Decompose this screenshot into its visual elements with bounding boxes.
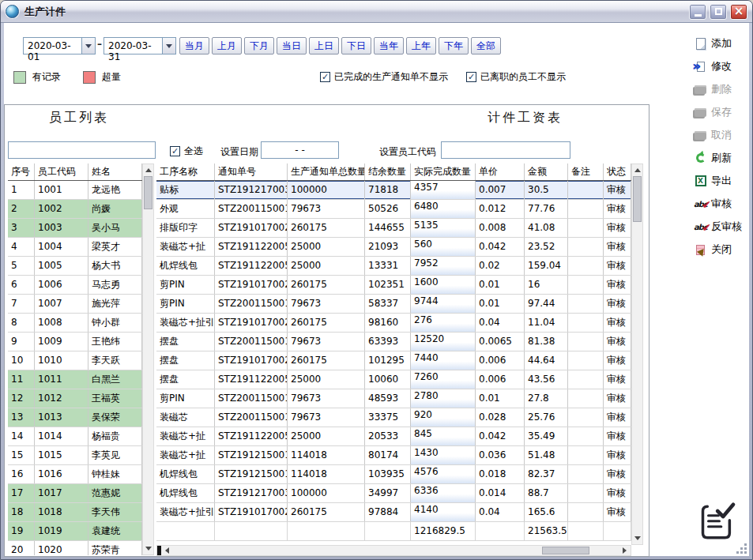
wage-row[interactable]: 装磁芯STZ20011500179673333759200.02825.76审核 bbox=[156, 408, 631, 427]
date-from-combo[interactable]: 2020-03-01 bbox=[23, 37, 96, 54]
employee-row[interactable]: 21002尚媛 bbox=[8, 200, 142, 219]
actual-qty-cell[interactable]: 7440 bbox=[411, 351, 476, 370]
select-all-checkbox[interactable]: ✓ 全选 bbox=[170, 145, 203, 158]
employee-row[interactable]: 41004梁英才 bbox=[8, 238, 142, 257]
employee-row[interactable]: 11001龙远艳 bbox=[8, 181, 142, 200]
date-nav-button[interactable]: 上年 bbox=[406, 37, 436, 54]
date-nav-button[interactable]: 当月 bbox=[179, 37, 209, 54]
wage-row[interactable]: 装磁芯+扯STZ19112200525000205338450.04235.49… bbox=[156, 427, 631, 446]
hide-finished-checkbox[interactable]: ✓ 已完成的生产通知单不显示 bbox=[320, 70, 448, 84]
wage-row[interactable]: 装磁芯+扯STZ19112200525000210935600.04223.52… bbox=[156, 238, 631, 257]
date-nav-button[interactable]: 当年 bbox=[374, 37, 404, 54]
date-nav-button[interactable]: 上日 bbox=[309, 37, 339, 54]
scroll-up-icon[interactable] bbox=[143, 164, 153, 175]
employee-row[interactable]: 131013吴保荣 bbox=[8, 408, 142, 427]
scroll-left-icon[interactable] bbox=[161, 546, 172, 555]
set-employee-code-input[interactable] bbox=[441, 141, 570, 159]
close-form-button[interactable]: 关闭 bbox=[693, 242, 751, 257]
actual-qty-cell[interactable]: 1430 bbox=[411, 446, 476, 464]
modify-button[interactable]: »修改 bbox=[693, 58, 751, 74]
employee-row[interactable]: 191019袁建统 bbox=[8, 522, 142, 541]
wage-row[interactable]: 外观STZ200115001796735052664800.01277.76审核 bbox=[156, 200, 631, 219]
employee-row[interactable]: 141014杨福贵 bbox=[8, 427, 142, 446]
excel-button[interactable]: X导出 bbox=[693, 173, 751, 189]
actual-qty-cell[interactable]: 845 bbox=[411, 427, 476, 445]
wage-row[interactable]: 机焊线包STZ1912170031000003499763360.01488.7… bbox=[156, 484, 631, 503]
wage-row[interactable]: 摆盘STZ2001150017967363393125200.006581.38… bbox=[156, 333, 631, 351]
employee-row[interactable]: 81008钟小群 bbox=[8, 314, 142, 333]
actual-qty-cell[interactable]: 276 bbox=[411, 314, 476, 332]
wage-row[interactable]: 剪PINSTZ19101700226017510235116000.0116审核 bbox=[156, 276, 631, 295]
scroll-thumb[interactable] bbox=[144, 176, 152, 209]
actual-qty-cell[interactable]: 560 bbox=[411, 238, 476, 256]
unaudit-button[interactable]: abc✔反审核 bbox=[693, 219, 751, 235]
actual-qty-cell[interactable]: 6480 bbox=[411, 200, 476, 218]
wage-row[interactable]: 机焊线包STZ19121500111401810393545760.01882.… bbox=[156, 465, 631, 484]
employee-row[interactable]: 161016钟桂妹 bbox=[8, 465, 142, 484]
scroll-up-icon[interactable] bbox=[632, 164, 642, 175]
actual-qty-cell[interactable]: 7952 bbox=[411, 257, 476, 275]
wage-table-vscrollbar[interactable] bbox=[631, 163, 643, 545]
minimize-button[interactable] bbox=[689, 4, 706, 20]
scroll-thumb[interactable] bbox=[633, 176, 642, 222]
employee-row[interactable]: 51005杨大书 bbox=[8, 257, 142, 276]
actual-qty-cell[interactable]: 4140 bbox=[411, 503, 476, 521]
actual-qty-cell[interactable]: 7260 bbox=[411, 370, 476, 389]
audit-stamp-icon[interactable] bbox=[695, 498, 739, 546]
wage-row[interactable]: 贴标STZ1912170031000007181843570.00730.5审核 bbox=[156, 181, 631, 200]
date-nav-button[interactable]: 下年 bbox=[439, 37, 469, 54]
audit-button[interactable]: abc✔审核 bbox=[693, 196, 751, 212]
employee-row[interactable]: 181018李天伟 bbox=[8, 503, 142, 522]
actual-qty-cell[interactable]: 4357 bbox=[411, 181, 476, 199]
wage-row[interactable]: 装磁芯+扯引线STZ1910170022601759788441400.0416… bbox=[156, 503, 631, 522]
actual-qty-cell[interactable]: 2780 bbox=[411, 389, 476, 408]
wage-row[interactable]: 摆盘STZ191122005250001006072600.00643.56审核 bbox=[156, 370, 631, 389]
wage-totals-row[interactable]: 1216829.521563.57 bbox=[156, 522, 631, 541]
set-date-input[interactable] bbox=[261, 141, 339, 159]
date-nav-button[interactable]: 当日 bbox=[277, 37, 307, 54]
employee-row[interactable]: 71007施光萍 bbox=[8, 295, 142, 314]
refresh-button[interactable]: 刷新 bbox=[693, 150, 751, 166]
resize-grip[interactable] bbox=[736, 543, 748, 555]
actual-qty-cell[interactable]: 5135 bbox=[411, 219, 476, 237]
actual-qty-cell[interactable]: 4576 bbox=[411, 465, 476, 483]
wage-row[interactable]: 装磁芯+扯引线STZ191017002260175981602760.0411.… bbox=[156, 314, 631, 333]
wage-row[interactable]: 剪PINSTZ200115001796734859327800.0127.8审核 bbox=[156, 389, 631, 408]
actual-qty-cell[interactable]: 920 bbox=[411, 408, 476, 427]
actual-qty-cell[interactable]: 12520 bbox=[411, 333, 476, 351]
employee-row[interactable]: 151015李英见 bbox=[8, 446, 142, 465]
employee-row[interactable]: 61006马志勇 bbox=[8, 276, 142, 295]
date-nav-button[interactable]: 全部 bbox=[471, 37, 501, 54]
date-to-combo[interactable]: 2020-03-31 bbox=[104, 37, 176, 54]
wage-row[interactable]: 摆盘STZ19101700226017510129574400.00644.64… bbox=[156, 351, 631, 370]
actual-qty-cell[interactable]: 6336 bbox=[411, 484, 476, 502]
maximize-button[interactable] bbox=[710, 4, 727, 20]
actual-qty-cell[interactable]: 1600 bbox=[411, 276, 476, 294]
employee-row[interactable]: 121012王福英 bbox=[8, 389, 142, 408]
employee-row[interactable]: 101010李天跃 bbox=[8, 351, 142, 370]
employee-row[interactable]: 201020苏荣青 bbox=[8, 541, 142, 555]
employee-row[interactable]: 171017范惠妮 bbox=[8, 484, 142, 503]
add-doc-button[interactable]: 添加 bbox=[693, 36, 751, 51]
wage-row[interactable]: 装磁芯+扯STZ1912150011140188017414300.03651.… bbox=[156, 446, 631, 465]
title-bar[interactable]: 生产计件 × bbox=[1, 1, 752, 23]
scroll-thumb[interactable] bbox=[542, 547, 589, 554]
employee-row[interactable]: 111011白黑兰 bbox=[8, 370, 142, 389]
wage-row[interactable]: 机焊线包STZ191122005250001333179520.02159.04… bbox=[156, 257, 631, 276]
employee-row[interactable]: 91009王艳纬 bbox=[8, 333, 142, 351]
date-from-dropdown-button[interactable] bbox=[81, 38, 95, 54]
close-button[interactable]: × bbox=[730, 4, 747, 20]
date-nav-button[interactable]: 下月 bbox=[244, 37, 274, 54]
wage-table-hscrollbar[interactable] bbox=[156, 545, 631, 556]
date-nav-button[interactable]: 下日 bbox=[341, 37, 371, 54]
date-to-dropdown-button[interactable] bbox=[162, 38, 175, 54]
employee-table-vscrollbar[interactable] bbox=[142, 163, 154, 555]
date-nav-button[interactable]: 上月 bbox=[212, 37, 242, 54]
actual-qty-cell[interactable]: 9744 bbox=[411, 295, 476, 313]
scroll-down-icon[interactable] bbox=[143, 543, 153, 554]
scroll-down-icon[interactable] bbox=[632, 533, 642, 544]
wage-row[interactable]: 剪PINSTZ200115001796735833797440.0197.44审… bbox=[156, 295, 631, 314]
hide-resigned-checkbox[interactable]: ✓ 已离职的员工不显示 bbox=[466, 70, 566, 84]
wage-row[interactable]: 排版印字STZ19101700226017514465551350.00841.… bbox=[156, 219, 631, 238]
employee-row[interactable]: 31003吴小马 bbox=[8, 219, 142, 238]
